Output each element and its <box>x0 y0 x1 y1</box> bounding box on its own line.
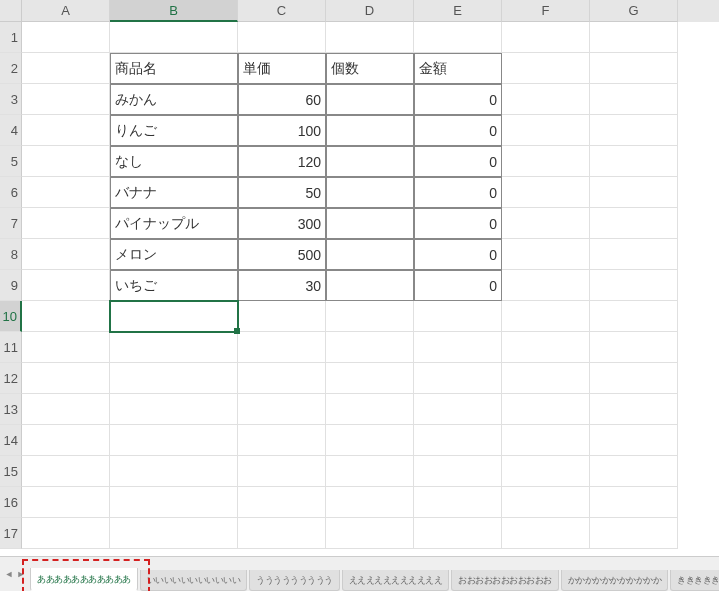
row-header-5[interactable]: 5 <box>0 146 22 177</box>
cell-A17[interactable] <box>22 518 110 549</box>
cell-D12[interactable] <box>326 363 414 394</box>
cell-D4[interactable] <box>326 115 414 146</box>
cell-E6[interactable]: 0 <box>414 177 502 208</box>
cell-E17[interactable] <box>414 518 502 549</box>
sheet-tab-6[interactable]: ききききききききききき <box>670 570 719 591</box>
cell-D17[interactable] <box>326 518 414 549</box>
tab-nav-prev-icon[interactable]: ◄ <box>4 567 14 581</box>
cell-C10[interactable] <box>238 301 326 332</box>
col-header-G[interactable]: G <box>590 0 678 22</box>
cell-E8[interactable]: 0 <box>414 239 502 270</box>
cell-G4[interactable] <box>590 115 678 146</box>
cell-D7[interactable] <box>326 208 414 239</box>
cell-E5[interactable]: 0 <box>414 146 502 177</box>
cell-B14[interactable] <box>110 425 238 456</box>
cell-E11[interactable] <box>414 332 502 363</box>
cell-G15[interactable] <box>590 456 678 487</box>
cell-D3[interactable] <box>326 84 414 115</box>
cell-F15[interactable] <box>502 456 590 487</box>
row-header-4[interactable]: 4 <box>0 115 22 146</box>
cell-F7[interactable] <box>502 208 590 239</box>
cell-C2[interactable]: 単価 <box>238 53 326 84</box>
sheet-tab-5[interactable]: かかかかかかかかかかか <box>561 570 669 591</box>
cell-E15[interactable] <box>414 456 502 487</box>
cell-C17[interactable] <box>238 518 326 549</box>
cell-C12[interactable] <box>238 363 326 394</box>
row-header-9[interactable]: 9 <box>0 270 22 301</box>
cell-A2[interactable] <box>22 53 110 84</box>
cell-B7[interactable]: パイナップル <box>110 208 238 239</box>
cell-C1[interactable] <box>238 22 326 53</box>
cell-D8[interactable] <box>326 239 414 270</box>
cell-G16[interactable] <box>590 487 678 518</box>
cell-C4[interactable]: 100 <box>238 115 326 146</box>
cell-F11[interactable] <box>502 332 590 363</box>
cell-B16[interactable] <box>110 487 238 518</box>
cell-C16[interactable] <box>238 487 326 518</box>
cell-E2[interactable]: 金額 <box>414 53 502 84</box>
col-header-B[interactable]: B <box>110 0 238 22</box>
cell-G14[interactable] <box>590 425 678 456</box>
cell-F3[interactable] <box>502 84 590 115</box>
cell-C6[interactable]: 50 <box>238 177 326 208</box>
cell-F6[interactable] <box>502 177 590 208</box>
cell-E12[interactable] <box>414 363 502 394</box>
cell-C7[interactable]: 300 <box>238 208 326 239</box>
cell-G7[interactable] <box>590 208 678 239</box>
cell-D15[interactable] <box>326 456 414 487</box>
cell-G17[interactable] <box>590 518 678 549</box>
cell-F8[interactable] <box>502 239 590 270</box>
cell-G10[interactable] <box>590 301 678 332</box>
cell-F17[interactable] <box>502 518 590 549</box>
cell-D5[interactable] <box>326 146 414 177</box>
row-header-12[interactable]: 12 <box>0 363 22 394</box>
cell-B6[interactable]: バナナ <box>110 177 238 208</box>
cell-B12[interactable] <box>110 363 238 394</box>
col-header-D[interactable]: D <box>326 0 414 22</box>
cell-B13[interactable] <box>110 394 238 425</box>
cell-D13[interactable] <box>326 394 414 425</box>
cell-E7[interactable]: 0 <box>414 208 502 239</box>
cell-B2[interactable]: 商品名 <box>110 53 238 84</box>
cell-F16[interactable] <box>502 487 590 518</box>
col-header-E[interactable]: E <box>414 0 502 22</box>
cell-A13[interactable] <box>22 394 110 425</box>
cell-F2[interactable] <box>502 53 590 84</box>
row-header-13[interactable]: 13 <box>0 394 22 425</box>
cell-F5[interactable] <box>502 146 590 177</box>
cell-F14[interactable] <box>502 425 590 456</box>
cell-G1[interactable] <box>590 22 678 53</box>
row-header-7[interactable]: 7 <box>0 208 22 239</box>
row-header-17[interactable]: 17 <box>0 518 22 549</box>
cell-C8[interactable]: 500 <box>238 239 326 270</box>
cell-A10[interactable] <box>22 301 110 332</box>
cell-A6[interactable] <box>22 177 110 208</box>
sheet-tab-0[interactable]: あああああああああああ <box>30 568 138 591</box>
row-header-8[interactable]: 8 <box>0 239 22 270</box>
cell-C11[interactable] <box>238 332 326 363</box>
cell-D6[interactable] <box>326 177 414 208</box>
cell-F12[interactable] <box>502 363 590 394</box>
cell-A9[interactable] <box>22 270 110 301</box>
cell-A5[interactable] <box>22 146 110 177</box>
cell-A14[interactable] <box>22 425 110 456</box>
cell-E1[interactable] <box>414 22 502 53</box>
cell-E3[interactable]: 0 <box>414 84 502 115</box>
sheet-tab-2[interactable]: ううううううううう <box>249 570 340 591</box>
cell-C13[interactable] <box>238 394 326 425</box>
col-header-C[interactable]: C <box>238 0 326 22</box>
cell-C5[interactable]: 120 <box>238 146 326 177</box>
cell-D10[interactable] <box>326 301 414 332</box>
cell-E16[interactable] <box>414 487 502 518</box>
cell-G2[interactable] <box>590 53 678 84</box>
sheet-tab-1[interactable]: いいいいいいいいいいい <box>140 570 248 591</box>
cell-A15[interactable] <box>22 456 110 487</box>
cell-B8[interactable]: メロン <box>110 239 238 270</box>
cell-A16[interactable] <box>22 487 110 518</box>
cell-E14[interactable] <box>414 425 502 456</box>
col-header-F[interactable]: F <box>502 0 590 22</box>
sheet-tab-3[interactable]: えええええええええええ <box>342 570 450 591</box>
cell-G6[interactable] <box>590 177 678 208</box>
cell-D2[interactable]: 個数 <box>326 53 414 84</box>
cell-D9[interactable] <box>326 270 414 301</box>
